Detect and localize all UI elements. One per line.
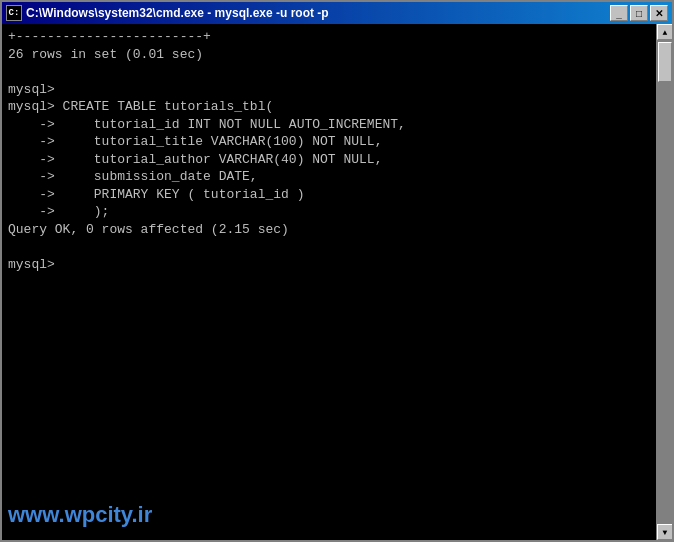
window-content: +------------------------+ 26 rows in se… [2, 24, 672, 540]
scrollbar: ▲ ▼ [656, 24, 672, 540]
cmd-window: C: C:\Windows\system32\cmd.exe - mysql.e… [0, 0, 674, 542]
minimize-button[interactable]: _ [610, 5, 628, 21]
cmd-icon: C: [6, 5, 22, 21]
maximize-button[interactable]: □ [630, 5, 648, 21]
terminal-output: +------------------------+ 26 rows in se… [8, 28, 650, 274]
scroll-up-button[interactable]: ▲ [657, 24, 672, 40]
watermark: www.wpcity.ir [8, 500, 152, 530]
scroll-track[interactable] [657, 40, 672, 524]
scroll-thumb[interactable] [658, 42, 672, 82]
title-bar: C: C:\Windows\system32\cmd.exe - mysql.e… [2, 2, 672, 24]
title-bar-left: C: C:\Windows\system32\cmd.exe - mysql.e… [6, 5, 329, 21]
title-buttons: _ □ ✕ [610, 5, 668, 21]
window-title: C:\Windows\system32\cmd.exe - mysql.exe … [26, 6, 329, 20]
terminal-area[interactable]: +------------------------+ 26 rows in se… [2, 24, 656, 540]
scroll-down-button[interactable]: ▼ [657, 524, 672, 540]
close-button[interactable]: ✕ [650, 5, 668, 21]
